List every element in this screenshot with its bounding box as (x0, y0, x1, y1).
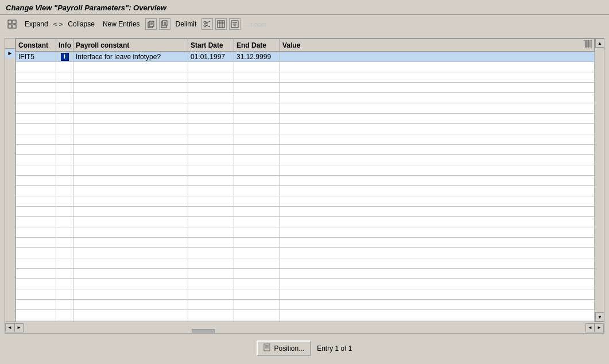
row-ind-10 (5, 134, 15, 143)
hscroll-left-btn[interactable]: ◄ (5, 323, 14, 332)
position-icon (263, 343, 271, 353)
scroll-down-btn[interactable]: ▼ (595, 312, 604, 322)
delimit-btn[interactable]: Delimit (173, 18, 200, 30)
svg-point-14 (204, 25, 206, 27)
new-entries-btn[interactable]: New Entries (100, 18, 143, 30)
table-row[interactable] (16, 196, 595, 207)
hscroll-right-btn[interactable]: ► (14, 323, 24, 332)
row-ind-24 (5, 265, 15, 274)
row-ind-19 (5, 218, 15, 227)
position-btn[interactable]: Position... (257, 340, 311, 356)
scissors-icon-btn[interactable] (201, 18, 213, 30)
row-ind-26 (5, 284, 15, 293)
row-ind-18 (5, 209, 15, 218)
table-row[interactable] (16, 62, 595, 72)
table-row[interactable] (16, 83, 595, 93)
col-header-constant[interactable]: Constant (16, 39, 56, 52)
row-indicators: ► (5, 38, 15, 322)
copy-icon-btn[interactable] (145, 18, 157, 30)
row-indicator-header (5, 38, 15, 49)
cell-end-date[interactable]: 31.12.9999 (234, 52, 280, 62)
expand-btn[interactable]: Expand (22, 18, 51, 30)
filter-icon-btn[interactable] (229, 18, 241, 30)
row-ind-20 (5, 227, 15, 237)
vertical-scrollbar: ▲ ▼ (595, 38, 604, 322)
expand-collapse-icon-btn[interactable] (5, 18, 20, 30)
table-row[interactable] (16, 207, 595, 217)
table-row[interactable] (16, 248, 595, 258)
row-ind-6 (5, 96, 15, 105)
collapse-label: Collapse (68, 20, 95, 28)
row-ind-17 (5, 199, 15, 208)
col-header-payroll[interactable]: Payroll constant (73, 39, 188, 52)
col-header-value[interactable]: Value (280, 39, 595, 52)
table-icon-btn[interactable] (215, 18, 227, 30)
table-row[interactable] (16, 300, 595, 310)
col-header-startdate[interactable]: Start Date (188, 39, 234, 52)
col-header-value-label: Value (282, 41, 300, 49)
hscroll-thumb[interactable] (192, 329, 215, 334)
cell-value[interactable] (280, 52, 595, 62)
row-ind-16 (5, 190, 15, 199)
scroll-track[interactable] (595, 48, 604, 312)
row-ind-5 (5, 87, 15, 96)
table-row[interactable] (16, 134, 595, 145)
svg-point-13 (204, 21, 206, 24)
separator-arrow: <-> (53, 21, 63, 28)
col-header-enddate[interactable]: End Date (234, 39, 280, 52)
svg-rect-2 (8, 25, 11, 28)
row-ind-13 (5, 162, 15, 171)
row-ind-15 (5, 180, 15, 189)
table-row[interactable] (16, 310, 595, 320)
table-row[interactable] (16, 155, 595, 165)
hscroll-far-right-btn[interactable]: ► (595, 323, 604, 332)
table-row[interactable] (16, 93, 595, 103)
svg-rect-0 (8, 20, 11, 24)
col-header-info[interactable]: Info (56, 39, 73, 52)
column-settings-icon[interactable] (584, 40, 592, 50)
table-row[interactable]: IFIT5 i Interface for leave infotype? 01… (16, 52, 595, 62)
paste-icon-btn[interactable] (159, 18, 170, 30)
data-table-container: ► (5, 38, 604, 334)
table-row[interactable] (16, 145, 595, 155)
row-ind-9 (5, 124, 15, 133)
collapse-btn[interactable]: Collapse (65, 18, 98, 30)
table-row[interactable] (16, 238, 595, 248)
row-ind-25 (5, 274, 15, 284)
table-row[interactable] (16, 103, 595, 114)
table-row[interactable] (16, 124, 595, 134)
table-row[interactable] (16, 72, 595, 83)
table-row[interactable] (16, 258, 595, 269)
main-window: Change View "Payroll Parameters": Overvi… (0, 0, 609, 364)
scroll-up-btn[interactable]: ▲ (595, 38, 604, 48)
delimit-label: Delimit (176, 20, 197, 28)
table-row[interactable] (16, 217, 595, 227)
row-ind-28 (5, 303, 15, 312)
expand-icon (7, 20, 17, 29)
table-row[interactable] (16, 114, 595, 124)
entry-info: Entry 1 of 1 (317, 344, 352, 353)
table-row[interactable] (16, 165, 595, 176)
table-row[interactable] (16, 269, 595, 279)
table-row[interactable] (16, 289, 595, 300)
table-row[interactable] (16, 227, 595, 238)
row-ind-12 (5, 152, 15, 161)
row-ind-8 (5, 115, 15, 124)
main-content: ► (0, 33, 609, 364)
cell-start-date[interactable]: 01.01.1997 (188, 52, 234, 62)
table-row[interactable] (16, 186, 595, 196)
svg-rect-34 (264, 344, 270, 351)
row-ind-2 (5, 59, 15, 68)
position-label: Position... (274, 344, 304, 353)
new-entries-label: New Entries (103, 20, 140, 28)
svg-rect-18 (218, 21, 224, 28)
cell-constant[interactable]: IFIT5 (16, 52, 56, 62)
row-indicator-selected: ► (5, 49, 15, 58)
toolbar: Expand <-> Collapse New Entries (0, 15, 609, 33)
svg-rect-1 (13, 20, 16, 24)
table-row[interactable] (16, 279, 595, 289)
cell-info[interactable]: i (56, 52, 73, 62)
cell-payroll-constant[interactable]: Interface for leave infotype? (73, 52, 188, 62)
hscroll-far-left-btn[interactable]: ◄ (585, 323, 595, 332)
table-row[interactable] (16, 176, 595, 186)
